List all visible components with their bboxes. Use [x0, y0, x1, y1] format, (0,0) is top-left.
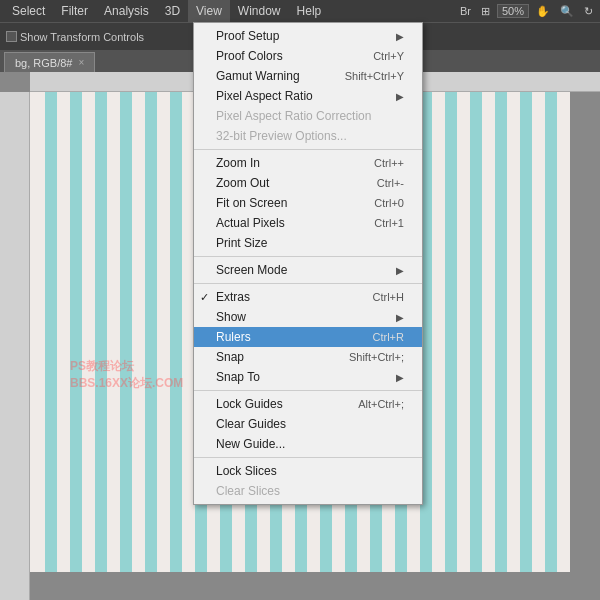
zoom-icon[interactable]: 🔍	[557, 5, 577, 18]
menu-3d[interactable]: 3D	[157, 0, 188, 22]
menu-item-32bit-preview: 32-bit Preview Options...	[194, 126, 422, 146]
menu-filter[interactable]: Filter	[53, 0, 96, 22]
bridge-icon[interactable]: Br	[457, 5, 474, 17]
document-tab[interactable]: bg, RGB/8# ×	[4, 52, 95, 72]
stripe	[170, 92, 182, 572]
menu-select[interactable]: Select	[4, 0, 53, 22]
menu-item-lock-guides[interactable]: Lock Guides Alt+Ctrl+;	[194, 394, 422, 414]
show-transform-checkbox[interactable]	[6, 31, 17, 42]
stripe	[445, 92, 457, 572]
menu-item-proof-colors[interactable]: Proof Colors Ctrl+Y	[194, 46, 422, 66]
hand-tool-icon[interactable]: ✋	[533, 5, 553, 18]
stripe	[145, 92, 157, 572]
menu-item-snap[interactable]: Snap Shift+Ctrl+;	[194, 347, 422, 367]
separator-5	[194, 457, 422, 458]
view-dropdown-menu: Proof Setup ▶ Proof Colors Ctrl+Y Gamut …	[193, 22, 423, 505]
stripe	[120, 92, 132, 572]
watermark-line1: PS教程论坛	[70, 358, 183, 375]
extras-checkmark: ✓	[200, 291, 209, 304]
menu-bar-right: Br ⊞ 50% ✋ 🔍 ↻	[457, 4, 596, 18]
menu-item-snap-to[interactable]: Snap To ▶	[194, 367, 422, 387]
menu-item-rulers[interactable]: Rulers Ctrl+R	[194, 327, 422, 347]
stripe	[545, 92, 557, 572]
menu-item-proof-setup[interactable]: Proof Setup ▶	[194, 26, 422, 46]
show-transform-label: Show Transform Controls	[20, 31, 144, 43]
stripe	[470, 92, 482, 572]
stripe	[45, 92, 57, 572]
separator-2	[194, 256, 422, 257]
separator-1	[194, 149, 422, 150]
menu-item-actual-pixels[interactable]: Actual Pixels Ctrl+1	[194, 213, 422, 233]
menu-help[interactable]: Help	[289, 0, 330, 22]
separator-3	[194, 283, 422, 284]
menu-item-pixel-aspect-ratio-correction: Pixel Aspect Ratio Correction	[194, 106, 422, 126]
menu-bar: Select Filter Analysis 3D View Window He…	[0, 0, 600, 22]
watermark-line2: BBS.16XX论坛.COM	[70, 375, 183, 392]
ruler-left	[0, 92, 30, 600]
watermark: PS教程论坛 BBS.16XX论坛.COM	[70, 358, 183, 392]
tab-label: bg, RGB/8#	[15, 57, 72, 69]
stripe	[495, 92, 507, 572]
zoom-level[interactable]: 50%	[497, 4, 529, 18]
separator-4	[194, 390, 422, 391]
stripe	[520, 92, 532, 572]
menu-analysis[interactable]: Analysis	[96, 0, 157, 22]
rotate-icon[interactable]: ↻	[581, 5, 596, 18]
menu-window[interactable]: Window	[230, 0, 289, 22]
menu-item-clear-guides[interactable]: Clear Guides	[194, 414, 422, 434]
stripe	[70, 92, 82, 572]
menu-item-screen-mode[interactable]: Screen Mode ▶	[194, 260, 422, 280]
menu-item-extras[interactable]: ✓ Extras Ctrl+H	[194, 287, 422, 307]
menu-item-zoom-in[interactable]: Zoom In Ctrl++	[194, 153, 422, 173]
stripe	[95, 92, 107, 572]
tab-close-button[interactable]: ×	[78, 57, 84, 68]
menu-item-gamut-warning[interactable]: Gamut Warning Shift+Ctrl+Y	[194, 66, 422, 86]
menu-item-show[interactable]: Show ▶	[194, 307, 422, 327]
grid-icon[interactable]: ⊞	[478, 5, 493, 18]
menu-item-print-size[interactable]: Print Size	[194, 233, 422, 253]
menu-item-pixel-aspect-ratio[interactable]: Pixel Aspect Ratio ▶	[194, 86, 422, 106]
transform-controls-item: Show Transform Controls	[6, 31, 144, 43]
menu-item-zoom-out[interactable]: Zoom Out Ctrl+-	[194, 173, 422, 193]
menu-item-fit-on-screen[interactable]: Fit on Screen Ctrl+0	[194, 193, 422, 213]
menu-view[interactable]: View	[188, 0, 230, 22]
menu-item-new-guide[interactable]: New Guide...	[194, 434, 422, 454]
menu-item-clear-slices: Clear Slices	[194, 481, 422, 501]
menu-item-lock-slices[interactable]: Lock Slices	[194, 461, 422, 481]
